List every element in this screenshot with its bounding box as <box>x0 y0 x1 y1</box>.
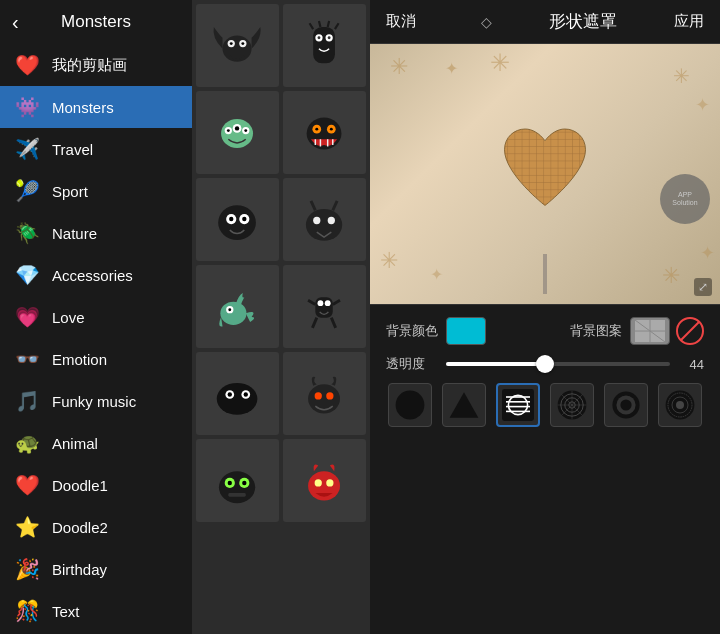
apply-button[interactable]: 应用 <box>674 12 704 31</box>
watermark: APPSolution <box>660 174 710 224</box>
sidebar-item-text[interactable]: 🎊 Text <box>0 590 192 632</box>
shape-item-lines[interactable] <box>496 383 540 427</box>
shape-item-ring[interactable] <box>604 383 648 427</box>
sidebar-item-my-stickers[interactable]: ❤️ 我的剪贴画 <box>0 44 192 86</box>
bg-pattern-swatch[interactable] <box>630 317 670 345</box>
monster-item-3[interactable] <box>283 91 366 174</box>
stand-stick <box>543 254 547 294</box>
monster-item-1[interactable] <box>283 4 366 87</box>
shape-item-triangle[interactable] <box>442 383 486 427</box>
bg-pattern-label: 背景图案 <box>570 322 622 340</box>
monster-item-9[interactable] <box>283 352 366 435</box>
sidebar-item-birthday[interactable]: 🎉 Birthday <box>0 548 192 590</box>
sidebar-label-birthday: Birthday <box>52 561 107 578</box>
svg-point-36 <box>314 217 321 224</box>
expand-icon[interactable]: ⤢ <box>694 278 712 296</box>
svg-point-34 <box>243 217 247 221</box>
cancel-button[interactable]: 取消 <box>386 12 416 31</box>
sidebar-icon-birthday: 🎉 <box>12 554 42 584</box>
erase-icon[interactable]: ◇ <box>481 14 492 30</box>
opacity-slider[interactable] <box>446 362 670 366</box>
sidebar-icon-accessories: 💎 <box>12 260 42 290</box>
sidebar-item-funky-music[interactable]: 🎵 Funky music <box>0 380 192 422</box>
svg-point-96 <box>676 401 684 409</box>
sidebar-item-love[interactable]: 💗 Love <box>0 296 192 338</box>
sidebar-label-funky-music: Funky music <box>52 393 136 410</box>
slider-thumb[interactable] <box>536 355 554 373</box>
sidebar-icon-monsters: 👾 <box>12 92 42 122</box>
svg-point-44 <box>318 301 324 307</box>
sidebar-icon-sport: 🎾 <box>12 176 42 206</box>
opacity-row: 透明度 44 <box>386 355 704 373</box>
svg-line-46 <box>313 318 317 328</box>
svg-point-65 <box>315 480 322 487</box>
star-deco-8: ✳ <box>662 263 680 289</box>
sidebar-item-accessories[interactable]: 💎 Accessories <box>0 254 192 296</box>
sidebar-label-sport: Sport <box>52 183 88 200</box>
sidebar-label-doodle1: Doodle1 <box>52 477 108 494</box>
star-deco-7: ✦ <box>430 265 443 284</box>
svg-point-40 <box>221 302 247 325</box>
sidebar-label-travel: Travel <box>52 141 93 158</box>
svg-point-4 <box>242 43 245 46</box>
svg-point-33 <box>230 217 234 221</box>
svg-point-50 <box>217 383 258 415</box>
sidebar-item-nature[interactable]: 🪲 Nature <box>0 212 192 254</box>
monster-item-10[interactable] <box>196 439 279 522</box>
monster-item-2[interactable] <box>196 91 279 174</box>
monster-item-11[interactable] <box>283 439 366 522</box>
panel-title: Monsters <box>61 12 131 32</box>
sidebar-icon-my-stickers: ❤️ <box>12 50 42 80</box>
svg-point-3 <box>230 43 233 46</box>
sidebar-label-accessories: Accessories <box>52 267 133 284</box>
shape-item-mandala[interactable] <box>550 383 594 427</box>
svg-point-24 <box>316 128 319 131</box>
sidebar-icon-text: 🎊 <box>12 596 42 626</box>
sidebar-label-emotion: Emotion <box>52 351 107 368</box>
sidebar-icon-funky-music: 🎵 <box>12 386 42 416</box>
monsters-grid <box>196 4 366 522</box>
svg-point-35 <box>306 209 342 241</box>
svg-line-39 <box>333 201 337 210</box>
sidebar-item-doodle1[interactable]: ❤️ Doodle1 <box>0 464 192 506</box>
sidebar-label-nature: Nature <box>52 225 97 242</box>
svg-rect-5 <box>314 27 336 63</box>
sidebar-icon-animal: 🐢 <box>12 428 42 458</box>
svg-line-38 <box>311 201 315 210</box>
photo-preview: ✳ ✦ ✳ ✳ ✦ ✳ ✦ ✳ ✦ ⤢ <box>370 44 720 304</box>
monster-item-8[interactable] <box>196 352 279 435</box>
pattern-preview <box>635 320 665 342</box>
sidebar-icon-doodle1: ❤️ <box>12 470 42 500</box>
star-deco-3: ✳ <box>490 49 510 77</box>
svg-point-37 <box>328 217 335 224</box>
sidebar-icon-nature: 🪲 <box>12 218 42 248</box>
shape-item-ornate[interactable] <box>658 383 702 427</box>
monster-item-0[interactable] <box>196 4 279 87</box>
sidebar-label-my-stickers: 我的剪贴画 <box>52 56 127 75</box>
sidebar-item-emotion[interactable]: 👓 Emotion <box>0 338 192 380</box>
bg-color-label: 背景颜色 <box>386 322 438 340</box>
shape-item-circle[interactable] <box>388 383 432 427</box>
svg-point-0 <box>223 36 252 62</box>
bg-color-swatch[interactable] <box>446 317 486 345</box>
svg-line-10 <box>310 24 314 30</box>
monster-item-4[interactable] <box>196 178 279 261</box>
monster-item-6[interactable] <box>196 265 279 348</box>
sidebar-item-animal[interactable]: 🐢 Animal <box>0 422 192 464</box>
svg-point-74 <box>396 391 425 420</box>
svg-point-30 <box>219 206 257 241</box>
heart-waffle <box>500 124 590 224</box>
sidebar-item-monsters[interactable]: 👾 Monsters <box>0 86 192 128</box>
star-deco-9: ✦ <box>700 242 715 264</box>
sidebar-item-travel[interactable]: ✈️ Travel <box>0 128 192 170</box>
svg-point-61 <box>228 481 232 485</box>
monster-item-7[interactable] <box>283 265 366 348</box>
svg-point-57 <box>327 393 334 400</box>
svg-point-19 <box>235 127 239 131</box>
sidebar-item-sport[interactable]: 🎾 Sport <box>0 170 192 212</box>
star-deco-1: ✳ <box>390 54 408 80</box>
back-button[interactable]: ‹ <box>12 11 19 34</box>
monster-item-5[interactable] <box>283 178 366 261</box>
sidebar-item-doodle2[interactable]: ⭐ Doodle2 <box>0 506 192 548</box>
no-pattern-button[interactable] <box>676 317 704 345</box>
